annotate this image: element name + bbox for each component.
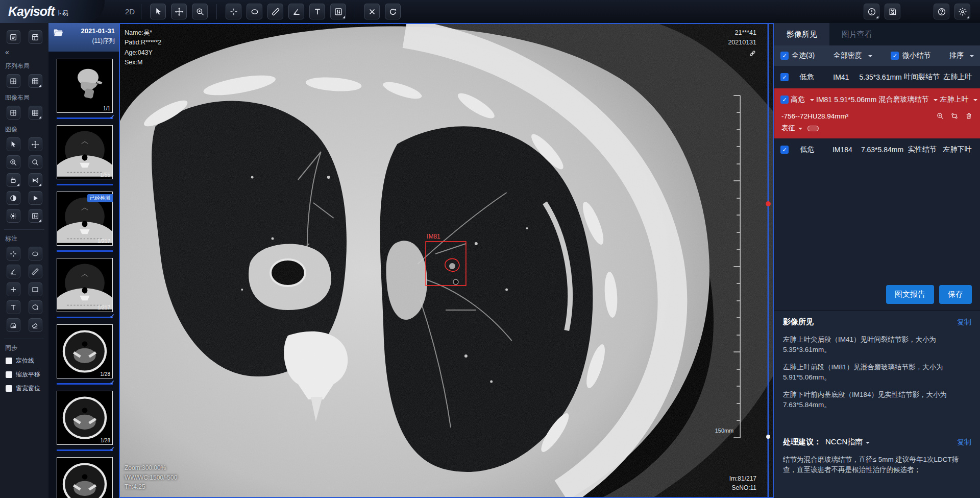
series-thumbnail[interactable]: 1/1 bbox=[57, 59, 113, 113]
series-thumbnail[interactable]: 1/28 bbox=[57, 391, 113, 445]
nodule-location-dropdown[interactable]: 左肺上叶 bbox=[940, 95, 968, 104]
alert-button[interactable] bbox=[864, 4, 879, 19]
ruler-annotation-button[interactable] bbox=[29, 265, 42, 278]
tab-image-view[interactable]: 图片查看 bbox=[829, 23, 885, 45]
arch-annotation-button[interactable] bbox=[7, 318, 20, 332]
delete-nodule-icon[interactable] bbox=[965, 112, 973, 120]
copy-findings-link[interactable]: 复制 bbox=[957, 318, 971, 327]
micro-nodule-checkbox[interactable] bbox=[891, 52, 899, 60]
callout-annotation-button[interactable] bbox=[29, 300, 42, 314]
study-header[interactable]: 2021-01-31 (11)序列 bbox=[48, 23, 119, 52]
window-level-tool-button[interactable] bbox=[330, 4, 346, 19]
ruler-tool-button[interactable] bbox=[267, 4, 283, 19]
thumbnail-separator bbox=[57, 317, 113, 318]
nodule-risk-dropdown[interactable]: 高危 bbox=[791, 95, 805, 104]
thumbnail-separator bbox=[57, 383, 113, 385]
ellipse-tool-button[interactable] bbox=[247, 4, 262, 19]
series-thumbnail[interactable]: 1/217 bbox=[57, 258, 113, 312]
nodule-checkbox[interactable] bbox=[780, 146, 789, 154]
report-button[interactable]: 图文报告 bbox=[886, 285, 934, 304]
thumbnail-index: 1/28 bbox=[101, 438, 110, 443]
series-panel: 2021-01-31 (11)序列 1/1 1/55 已经检测 1/217 bbox=[48, 23, 119, 498]
sync-option-label: 窗宽窗位 bbox=[16, 384, 40, 393]
text-tool-button[interactable] bbox=[309, 4, 325, 19]
slice-position-dot[interactable] bbox=[766, 435, 770, 439]
ct-viewport[interactable]: IM81 150mm Name:吴* Patid:R*****2 Age:043… bbox=[119, 23, 774, 498]
nodule-type-dropdown[interactable]: 混合磨玻璃结节 bbox=[878, 95, 928, 104]
roi-label: IM81 bbox=[427, 233, 440, 240]
invert-tool-button[interactable] bbox=[7, 191, 20, 205]
nodule-location: 左肺下叶 bbox=[941, 145, 974, 154]
sync-option-window-level[interactable]: 窗宽窗位 bbox=[6, 384, 48, 393]
image-grid-2x2-button[interactable] bbox=[7, 106, 20, 120]
pan-tool-button[interactable] bbox=[29, 137, 42, 151]
series-grid-2x2-button[interactable] bbox=[7, 74, 20, 88]
pointer-tool-button[interactable] bbox=[7, 137, 20, 151]
select-all-checkbox[interactable] bbox=[780, 52, 789, 60]
folder-icon bbox=[53, 27, 64, 38]
brightness-tool-button[interactable] bbox=[7, 209, 20, 223]
finding-item: 左肺下叶前内基底段（IM184）见实性结节影，大小为7.63*5.84mm。 bbox=[783, 390, 971, 410]
nodule-checkbox[interactable] bbox=[780, 96, 789, 104]
copy-advice-link[interactable]: 复制 bbox=[957, 438, 971, 447]
text-annotation-button[interactable] bbox=[7, 300, 20, 314]
delete-annotation-button[interactable] bbox=[364, 4, 380, 19]
cine-play-button[interactable] bbox=[29, 191, 42, 205]
thumbnail-index: 1/28 bbox=[101, 371, 110, 377]
window-level-tool-button[interactable] bbox=[29, 209, 42, 223]
nodule-row[interactable]: 低危 IM41 5.35*3.61mm 叶间裂结节 左肺上叶 bbox=[774, 66, 980, 88]
magnify-tool-button[interactable] bbox=[29, 155, 42, 169]
nodule-position-dot[interactable] bbox=[766, 201, 771, 206]
collapse-panel-button[interactable]: « bbox=[0, 48, 48, 56]
save-study-button[interactable] bbox=[885, 4, 900, 19]
angle-annotation-button[interactable] bbox=[7, 265, 20, 278]
series-list-button[interactable] bbox=[7, 30, 20, 44]
nodule-row-selected[interactable]: 高危 IM81 5.91*5.06mm 混合磨玻璃结节 左肺上叶 -756--7… bbox=[774, 88, 980, 138]
density-filter-dropdown[interactable]: 全部密度 bbox=[834, 51, 862, 60]
crosshair-annotation-button[interactable] bbox=[7, 247, 20, 260]
pan-tool-button[interactable] bbox=[171, 4, 187, 19]
feature-tag-pill[interactable] bbox=[807, 126, 819, 131]
feature-dropdown[interactable]: 表征 bbox=[781, 124, 795, 133]
sync-option-zoom-pan[interactable]: 缩放平移 bbox=[6, 370, 48, 379]
pointer-tool-button[interactable] bbox=[150, 4, 166, 19]
eraser-annotation-button[interactable] bbox=[29, 318, 42, 332]
rectangle-annotation-button[interactable] bbox=[29, 282, 42, 296]
ct-image[interactable]: IM81 150mm bbox=[120, 24, 773, 497]
help-button[interactable] bbox=[934, 4, 949, 19]
save-button[interactable]: 保存 bbox=[939, 285, 972, 304]
compare-icon[interactable] bbox=[950, 112, 959, 120]
nodule-row[interactable]: 低危 IM184 7.63*5.84mm 实性结节 左肺下叶 bbox=[774, 138, 980, 161]
series-thumbnail[interactable]: 已经检测 1/217 bbox=[57, 192, 113, 246]
ellipse-annotation-button[interactable] bbox=[29, 247, 42, 260]
checkbox-unchecked[interactable] bbox=[6, 371, 12, 378]
sync-option-localizer[interactable]: 定位线 bbox=[6, 357, 48, 365]
series-thumbnail[interactable]: 1/28 bbox=[57, 324, 113, 378]
series-grid-3x3-button[interactable] bbox=[29, 74, 42, 88]
checkbox-unchecked[interactable] bbox=[6, 385, 12, 392]
zoom-in-tool-button[interactable] bbox=[7, 155, 20, 169]
crosshair-tool-button[interactable] bbox=[226, 4, 241, 19]
reset-view-button[interactable] bbox=[385, 4, 401, 19]
checkbox-unchecked[interactable] bbox=[6, 358, 12, 364]
sort-dropdown[interactable]: 排序 bbox=[949, 51, 964, 60]
guideline-dropdown[interactable]: NCCN指南 bbox=[825, 437, 863, 447]
link-icon[interactable] bbox=[749, 50, 756, 57]
series-thumbnail[interactable] bbox=[57, 457, 113, 498]
nodule-checkbox[interactable] bbox=[780, 73, 789, 81]
angle-tool-button[interactable] bbox=[288, 4, 304, 19]
tab-findings[interactable]: 影像所见 bbox=[774, 23, 829, 45]
rotate-tool-button[interactable] bbox=[7, 173, 20, 187]
annotation-label: 标注 bbox=[0, 234, 48, 243]
series-thumbnail[interactable]: 1/55 bbox=[57, 125, 113, 179]
zoom-tool-button[interactable] bbox=[192, 4, 208, 19]
layout-protocol-button[interactable] bbox=[29, 30, 42, 44]
nodule-image-no: IM81 bbox=[816, 96, 832, 104]
locate-nodule-icon[interactable] bbox=[936, 112, 944, 120]
settings-button[interactable] bbox=[954, 4, 970, 19]
point-annotation-button[interactable] bbox=[7, 282, 20, 296]
image-grid-3x3-button[interactable] bbox=[29, 106, 42, 120]
flip-tool-button[interactable] bbox=[29, 173, 42, 187]
nodule-type: 实性结节 bbox=[905, 145, 939, 154]
nodule-size: 5.35*3.61mm bbox=[859, 73, 901, 81]
